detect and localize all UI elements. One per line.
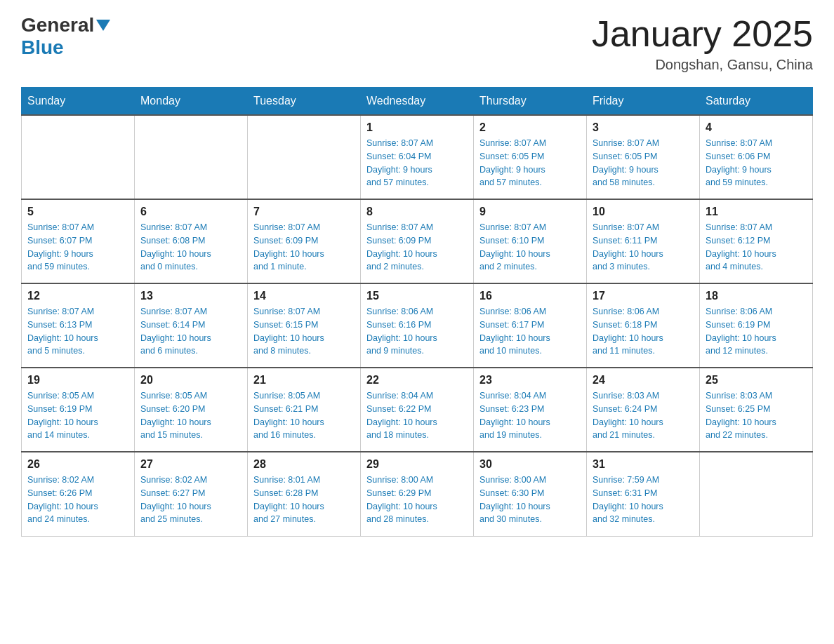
day-number: 19 xyxy=(27,374,128,387)
calendar-cell: 7Sunrise: 8:07 AMSunset: 6:09 PMDaylight… xyxy=(248,199,361,283)
calendar-cell: 10Sunrise: 8:07 AMSunset: 6:11 PMDayligh… xyxy=(587,199,700,283)
calendar-cell: 2Sunrise: 8:07 AMSunset: 6:05 PMDaylight… xyxy=(474,115,587,199)
calendar-table: SundayMondayTuesdayWednesdayThursdayFrid… xyxy=(21,87,813,537)
day-number: 10 xyxy=(593,206,694,218)
day-info: Sunrise: 8:06 AMSunset: 6:17 PMDaylight:… xyxy=(479,305,581,358)
calendar-cell: 8Sunrise: 8:07 AMSunset: 6:09 PMDaylight… xyxy=(361,199,474,283)
day-number: 15 xyxy=(366,290,468,302)
column-header-thursday: Thursday xyxy=(474,88,587,116)
day-info: Sunrise: 8:04 AMSunset: 6:23 PMDaylight:… xyxy=(479,389,581,442)
calendar-cell: 23Sunrise: 8:04 AMSunset: 6:23 PMDayligh… xyxy=(474,368,587,452)
day-number: 24 xyxy=(593,374,694,387)
calendar-cell: 29Sunrise: 8:00 AMSunset: 6:29 PMDayligh… xyxy=(361,452,474,536)
calendar-cell: 13Sunrise: 8:07 AMSunset: 6:14 PMDayligh… xyxy=(135,283,248,368)
calendar-week-row: 26Sunrise: 8:02 AMSunset: 6:26 PMDayligh… xyxy=(22,452,813,536)
day-info: Sunrise: 8:02 AMSunset: 6:26 PMDaylight:… xyxy=(27,474,128,526)
day-info: Sunrise: 8:05 AMSunset: 6:19 PMDaylight:… xyxy=(27,389,128,442)
day-info: Sunrise: 8:07 AMSunset: 6:13 PMDaylight:… xyxy=(27,305,128,358)
calendar-cell: 30Sunrise: 8:00 AMSunset: 6:30 PMDayligh… xyxy=(474,452,587,536)
day-info: Sunrise: 8:07 AMSunset: 6:09 PMDaylight:… xyxy=(366,221,468,274)
calendar-cell: 25Sunrise: 8:03 AMSunset: 6:25 PMDayligh… xyxy=(700,368,813,452)
day-number: 29 xyxy=(366,458,468,471)
calendar-cell: 6Sunrise: 8:07 AMSunset: 6:08 PMDaylight… xyxy=(135,199,248,283)
calendar-cell: 5Sunrise: 8:07 AMSunset: 6:07 PMDaylight… xyxy=(22,199,135,283)
day-number: 20 xyxy=(140,374,241,387)
calendar-cell: 18Sunrise: 8:06 AMSunset: 6:19 PMDayligh… xyxy=(700,283,813,368)
calendar-cell: 1Sunrise: 8:07 AMSunset: 6:04 PMDaylight… xyxy=(361,115,474,199)
calendar-week-row: 19Sunrise: 8:05 AMSunset: 6:19 PMDayligh… xyxy=(22,368,813,452)
day-number: 17 xyxy=(593,290,694,302)
logo-general-text: General xyxy=(21,14,94,36)
day-info: Sunrise: 8:07 AMSunset: 6:06 PMDaylight:… xyxy=(706,137,807,189)
calendar-cell: 24Sunrise: 8:03 AMSunset: 6:24 PMDayligh… xyxy=(587,368,700,452)
calendar-cell: 21Sunrise: 8:05 AMSunset: 6:21 PMDayligh… xyxy=(248,368,361,452)
day-info: Sunrise: 8:05 AMSunset: 6:21 PMDaylight:… xyxy=(253,389,355,442)
logo-blue-text: Blue xyxy=(21,36,64,59)
day-info: Sunrise: 8:07 AMSunset: 6:08 PMDaylight:… xyxy=(140,221,241,274)
calendar-cell: 19Sunrise: 8:05 AMSunset: 6:19 PMDayligh… xyxy=(22,368,135,452)
calendar-cell xyxy=(22,115,135,199)
day-info: Sunrise: 8:06 AMSunset: 6:16 PMDaylight:… xyxy=(366,305,468,358)
calendar-cell: 12Sunrise: 8:07 AMSunset: 6:13 PMDayligh… xyxy=(22,283,135,368)
column-header-saturday: Saturday xyxy=(700,88,813,116)
day-number: 3 xyxy=(593,121,694,134)
calendar-cell: 15Sunrise: 8:06 AMSunset: 6:16 PMDayligh… xyxy=(361,283,474,368)
calendar-cell: 4Sunrise: 8:07 AMSunset: 6:06 PMDaylight… xyxy=(700,115,813,199)
location: Dongshan, Gansu, China xyxy=(592,57,813,73)
day-info: Sunrise: 8:07 AMSunset: 6:05 PMDaylight:… xyxy=(593,137,694,189)
day-number: 26 xyxy=(27,458,128,471)
day-info: Sunrise: 8:07 AMSunset: 6:12 PMDaylight:… xyxy=(706,221,807,274)
day-info: Sunrise: 8:00 AMSunset: 6:30 PMDaylight:… xyxy=(479,474,581,526)
day-number: 30 xyxy=(479,458,581,471)
calendar-cell xyxy=(248,115,361,199)
day-info: Sunrise: 8:07 AMSunset: 6:04 PMDaylight:… xyxy=(366,137,468,189)
day-number: 8 xyxy=(366,206,468,218)
calendar-cell xyxy=(700,452,813,536)
day-info: Sunrise: 8:00 AMSunset: 6:29 PMDaylight:… xyxy=(366,474,468,526)
day-number: 5 xyxy=(27,206,128,218)
calendar-cell: 28Sunrise: 8:01 AMSunset: 6:28 PMDayligh… xyxy=(248,452,361,536)
calendar-cell xyxy=(135,115,248,199)
calendar-cell: 27Sunrise: 8:02 AMSunset: 6:27 PMDayligh… xyxy=(135,452,248,536)
logo: General Blue xyxy=(21,14,112,59)
calendar-cell: 3Sunrise: 8:07 AMSunset: 6:05 PMDaylight… xyxy=(587,115,700,199)
day-number: 4 xyxy=(706,121,807,134)
day-info: Sunrise: 8:07 AMSunset: 6:09 PMDaylight:… xyxy=(253,221,355,274)
day-number: 11 xyxy=(706,206,807,218)
day-number: 16 xyxy=(479,290,581,302)
day-number: 6 xyxy=(140,206,241,218)
day-info: Sunrise: 8:07 AMSunset: 6:05 PMDaylight:… xyxy=(479,137,581,189)
day-info: Sunrise: 8:06 AMSunset: 6:19 PMDaylight:… xyxy=(706,305,807,358)
day-info: Sunrise: 8:07 AMSunset: 6:07 PMDaylight:… xyxy=(27,221,128,274)
logo-triangle-icon xyxy=(96,20,110,31)
title-block: January 2025 Dongshan, Gansu, China xyxy=(592,14,813,73)
calendar-cell: 11Sunrise: 8:07 AMSunset: 6:12 PMDayligh… xyxy=(700,199,813,283)
calendar-cell: 16Sunrise: 8:06 AMSunset: 6:17 PMDayligh… xyxy=(474,283,587,368)
day-number: 28 xyxy=(253,458,355,471)
day-info: Sunrise: 8:07 AMSunset: 6:10 PMDaylight:… xyxy=(479,221,581,274)
day-number: 25 xyxy=(706,374,807,387)
day-number: 14 xyxy=(253,290,355,302)
day-info: Sunrise: 7:59 AMSunset: 6:31 PMDaylight:… xyxy=(593,474,694,526)
day-info: Sunrise: 8:07 AMSunset: 6:11 PMDaylight:… xyxy=(593,221,694,274)
column-header-monday: Monday xyxy=(135,88,248,116)
calendar-week-row: 5Sunrise: 8:07 AMSunset: 6:07 PMDaylight… xyxy=(22,199,813,283)
day-number: 18 xyxy=(706,290,807,302)
day-number: 21 xyxy=(253,374,355,387)
day-number: 22 xyxy=(366,374,468,387)
month-title: January 2025 xyxy=(592,14,813,54)
page-header: General Blue January 2025 Dongshan, Gans… xyxy=(21,14,813,73)
day-number: 27 xyxy=(140,458,241,471)
day-number: 1 xyxy=(366,121,468,134)
day-info: Sunrise: 8:02 AMSunset: 6:27 PMDaylight:… xyxy=(140,474,241,526)
calendar-week-row: 1Sunrise: 8:07 AMSunset: 6:04 PMDaylight… xyxy=(22,115,813,199)
calendar-cell: 31Sunrise: 7:59 AMSunset: 6:31 PMDayligh… xyxy=(587,452,700,536)
calendar-cell: 20Sunrise: 8:05 AMSunset: 6:20 PMDayligh… xyxy=(135,368,248,452)
day-info: Sunrise: 8:05 AMSunset: 6:20 PMDaylight:… xyxy=(140,389,241,442)
day-number: 7 xyxy=(253,206,355,218)
day-info: Sunrise: 8:07 AMSunset: 6:14 PMDaylight:… xyxy=(140,305,241,358)
day-number: 23 xyxy=(479,374,581,387)
day-info: Sunrise: 8:03 AMSunset: 6:25 PMDaylight:… xyxy=(706,389,807,442)
column-header-friday: Friday xyxy=(587,88,700,116)
column-header-sunday: Sunday xyxy=(22,88,135,116)
